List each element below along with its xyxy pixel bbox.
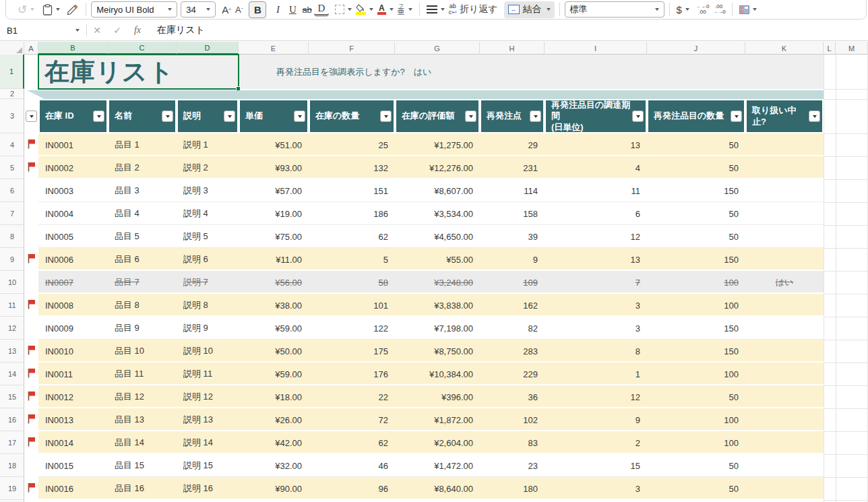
cell-qty[interactable]: 186 (309, 202, 395, 225)
cell-qty[interactable]: 46 (309, 454, 395, 477)
font-name-select[interactable]: Meiryo UI Bold (91, 1, 177, 18)
cell-reorder[interactable]: 9 (480, 248, 545, 271)
cell-price[interactable]: ¥11.00 (239, 248, 309, 271)
cell-lead[interactable]: 3 (545, 317, 647, 340)
cell-value[interactable]: ¥1,275.00 (395, 133, 480, 156)
cell-name[interactable]: 品目 16 (108, 477, 177, 500)
cell-name[interactable]: 品目 1 (108, 133, 177, 156)
cell-id[interactable]: IN0015 (38, 454, 108, 477)
cell-lead[interactable]: 13 (545, 248, 647, 271)
cell-desc[interactable]: 説明 6 (177, 248, 239, 271)
font-color-button[interactable]: A (375, 1, 396, 18)
cell-price[interactable]: ¥59.00 (239, 317, 309, 340)
cell-lead[interactable]: 6 (545, 202, 647, 225)
double-underline-button[interactable]: D (314, 3, 329, 16)
currency-format-button[interactable]: $ (675, 1, 691, 18)
format-painter-button[interactable] (65, 1, 81, 18)
formula-content[interactable]: 在庫リスト (157, 24, 205, 36)
cell-qty[interactable]: 62 (309, 225, 395, 248)
cell-reorder[interactable]: 114 (480, 179, 545, 202)
cell-id[interactable]: IN0016 (38, 477, 108, 500)
undo-button[interactable]: ↺ (16, 1, 36, 18)
cell-price[interactable]: ¥90.00 (239, 477, 309, 500)
cell-lead[interactable]: 7 (545, 271, 647, 294)
cell-value[interactable]: ¥2,604.00 (395, 431, 480, 454)
merge-button[interactable]: ↔ 結合 (504, 1, 555, 18)
cell-qty[interactable]: 62 (309, 431, 395, 454)
decrease-font-button[interactable]: Aˇ (233, 1, 245, 18)
cell-id[interactable]: IN0014 (38, 431, 108, 454)
cell-name[interactable]: 品目 3 (108, 179, 177, 202)
row-header-19[interactable]: 19 (0, 477, 24, 500)
cell-reorder[interactable]: 109 (480, 271, 545, 294)
cell-qty[interactable]: 151 (309, 179, 395, 202)
row-header-4[interactable]: 4 (0, 133, 24, 156)
cell-desc[interactable]: 説明 5 (177, 225, 239, 248)
cell-desc[interactable]: 説明 9 (177, 317, 239, 340)
cell-reorder_qty[interactable]: 50 (647, 225, 745, 248)
cell-id[interactable]: IN0009 (38, 317, 108, 340)
filter-button-value[interactable] (465, 111, 476, 122)
cell-name[interactable]: 品目 2 (108, 156, 177, 179)
underline-button[interactable]: U (285, 1, 300, 18)
cell-reorder[interactable]: 283 (480, 340, 545, 363)
cell-reorder[interactable]: 102 (480, 408, 545, 431)
paste-button[interactable] (40, 1, 62, 18)
cell-reorder[interactable]: 231 (480, 156, 545, 179)
cell-price[interactable]: ¥75.00 (239, 225, 309, 248)
column-header-D[interactable]: D (177, 42, 239, 55)
cell-value[interactable]: ¥3,838.00 (395, 294, 480, 317)
increase-font-button[interactable]: A^ (220, 1, 233, 18)
cell-name[interactable]: 品目 14 (108, 431, 177, 454)
cell-qty[interactable]: 25 (309, 133, 395, 156)
cell-qty[interactable]: 96 (309, 477, 395, 500)
cell-reorder[interactable]: 158 (480, 202, 545, 225)
cell-price[interactable]: ¥18.00 (239, 385, 309, 408)
cell-reorder_qty[interactable]: 150 (647, 179, 745, 202)
row-header-15[interactable]: 15 (0, 385, 24, 408)
insert-function-icon[interactable]: fx (127, 25, 148, 36)
cell-value[interactable]: ¥7,198.00 (395, 317, 480, 340)
row-header-12[interactable]: 12 (0, 317, 24, 340)
cell-value[interactable]: ¥1,472.00 (395, 454, 480, 477)
cell-price[interactable]: ¥42.00 (239, 431, 309, 454)
cell-name[interactable]: 品目 6 (108, 248, 177, 271)
cell-lead[interactable]: 3 (545, 294, 647, 317)
cell-qty[interactable]: 58 (309, 271, 395, 294)
cell-discontinued[interactable]: はい (745, 271, 824, 294)
row-header-9[interactable]: 9 (0, 248, 24, 271)
cell-id[interactable]: IN0006 (38, 248, 108, 271)
name-box[interactable]: B1 (0, 20, 86, 40)
cell-value[interactable]: ¥12,276.00 (395, 156, 480, 179)
cell-name[interactable]: 品目 9 (108, 317, 177, 340)
alignment-button[interactable] (425, 1, 447, 18)
row-header-13[interactable]: 13 (0, 340, 24, 363)
row-header-2[interactable]: 2 (0, 89, 24, 99)
filter-button-id[interactable] (93, 111, 104, 122)
strikethrough-button[interactable]: ab (300, 1, 313, 18)
font-size-select[interactable]: 34 (181, 1, 216, 18)
cell-value[interactable]: ¥3,248.00 (395, 271, 480, 294)
cell-reorder_qty[interactable]: 150 (647, 248, 745, 271)
bold-button[interactable]: B (249, 1, 266, 18)
cell-reorder[interactable]: 36 (480, 385, 545, 408)
cell-reorder_qty[interactable]: 100 (647, 363, 745, 385)
cell-reorder[interactable]: 23 (480, 454, 545, 477)
highlight-question-text[interactable]: 再発注品目を強調表示しますか? はい (276, 55, 431, 89)
filter-button-reorder_qty[interactable] (731, 111, 742, 122)
cell-reorder_qty[interactable]: 150 (647, 340, 745, 363)
cell-id[interactable]: IN0003 (38, 179, 108, 202)
cell-reorder[interactable]: 180 (480, 477, 545, 500)
cell-lead[interactable]: 13 (545, 133, 647, 156)
filter-button-discontinued[interactable] (809, 111, 820, 122)
cell-reorder[interactable]: 229 (480, 363, 545, 385)
cell-price[interactable]: ¥38.00 (239, 294, 309, 317)
cell-lead[interactable]: 2 (545, 431, 647, 454)
cell-reorder_qty[interactable]: 100 (647, 431, 745, 454)
cell-qty[interactable]: 5 (309, 248, 395, 271)
cell-qty[interactable]: 101 (309, 294, 395, 317)
cell-desc[interactable]: 説明 12 (177, 385, 239, 408)
cell-reorder_qty[interactable]: 50 (647, 156, 745, 179)
column-header-J[interactable]: J (647, 42, 745, 55)
column-header-C[interactable]: C (108, 42, 177, 55)
